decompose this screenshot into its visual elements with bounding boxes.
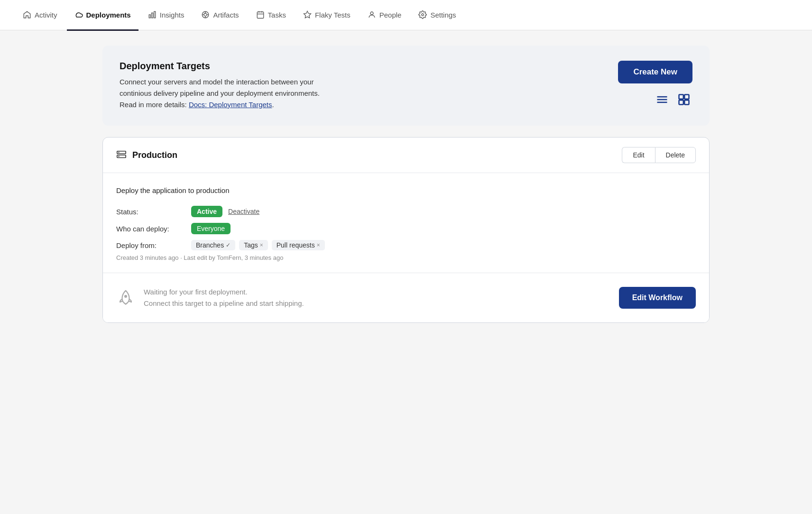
bar-chart-icon	[148, 10, 157, 19]
person-icon	[368, 10, 376, 19]
who-can-deploy-badge: Everyone	[191, 223, 231, 234]
target-description: Deploy the application to production	[116, 186, 696, 194]
calendar-icon	[256, 10, 265, 19]
tag-tags-label: Tags	[244, 241, 258, 249]
target-card-body: Deploy the application to production Sta…	[103, 173, 709, 273]
edit-workflow-button[interactable]: Edit Workflow	[619, 287, 696, 309]
empty-state-line1: Waiting for your first deployment.	[144, 286, 304, 298]
deactivate-link[interactable]: Deactivate	[228, 208, 259, 215]
target-name: Production	[132, 150, 177, 160]
description-line3-prefix: Read in more details:	[120, 101, 189, 109]
svg-rect-19	[679, 95, 683, 99]
target-card-footer: Waiting for your first deployment. Conne…	[103, 273, 709, 322]
who-can-deploy-row: Who can deploy: Everyone	[116, 223, 696, 234]
tag-pull-requests-label: Pull requests	[277, 241, 315, 249]
nav-label-deployments: Deployments	[86, 11, 131, 19]
nav-item-artifacts[interactable]: Artifacts	[194, 0, 246, 31]
top-navigation: Activity Deployments Insights	[0, 0, 812, 30]
nav-label-flaky-tests: Flaky Tests	[315, 11, 351, 19]
artifacts-icon	[201, 10, 210, 19]
nav-label-activity: Activity	[35, 11, 57, 19]
status-badge: Active	[191, 206, 222, 217]
view-toggles	[654, 91, 692, 108]
deployment-target-card: Production Edit Delete Deploy the applic…	[102, 137, 710, 323]
edit-button[interactable]: Edit	[622, 147, 655, 163]
grid-view-toggle[interactable]	[675, 91, 692, 108]
cloud-icon	[74, 10, 83, 19]
tags-remove-icon[interactable]: ×	[260, 242, 263, 248]
page-title: Deployment Targets	[120, 61, 320, 72]
nav-item-deployments[interactable]: Deployments	[67, 0, 138, 31]
deploy-from-label: Deploy from:	[116, 241, 187, 249]
nav-item-activity[interactable]: Activity	[15, 0, 65, 31]
main-content: Deployment Targets Connect your servers …	[83, 30, 729, 338]
target-meta: Status: Active Deactivate Who can deploy…	[116, 206, 696, 250]
timestamp: Created 3 minutes ago · Last edit by Tom…	[116, 254, 696, 261]
home-icon	[23, 10, 31, 19]
tag-branches-label: Branches	[196, 241, 224, 249]
header-description: Connect your servers and model the inter…	[120, 76, 320, 110]
status-row: Status: Active Deactivate	[116, 206, 696, 217]
svg-rect-21	[679, 100, 683, 104]
nav-item-tasks[interactable]: Tasks	[249, 0, 294, 31]
tag-tags: Tags ×	[239, 240, 268, 250]
target-card-header: Production Edit Delete	[103, 138, 709, 173]
gear-icon	[418, 10, 427, 19]
deployment-targets-header: Deployment Targets Connect your servers …	[102, 46, 710, 126]
description-line2: continious delivery pipeline and your de…	[120, 89, 320, 97]
target-title: Production	[116, 150, 177, 160]
server-icon	[116, 150, 127, 160]
svg-rect-22	[684, 100, 689, 104]
svg-marker-13	[304, 11, 311, 18]
status-label: Status:	[116, 208, 187, 216]
svg-point-27	[124, 295, 127, 298]
svg-rect-0	[149, 15, 150, 18]
tag-pull-requests: Pull requests ×	[272, 240, 325, 250]
target-card-edit-delete: Edit Delete	[622, 147, 696, 163]
svg-rect-1	[151, 13, 153, 18]
nav-label-insights: Insights	[160, 11, 185, 19]
header-actions: Create New	[618, 61, 692, 108]
delete-button[interactable]: Delete	[655, 147, 696, 163]
svg-point-4	[204, 13, 207, 16]
nav-item-insights[interactable]: Insights	[140, 0, 192, 31]
pull-requests-remove-icon[interactable]: ×	[317, 242, 320, 248]
deploy-from-tags: Branches ✓ Tags × Pull requests ×	[191, 240, 325, 250]
branches-check-icon: ✓	[226, 242, 231, 248]
nav-item-flaky-tests[interactable]: Flaky Tests	[295, 0, 358, 31]
tag-branches: Branches ✓	[191, 240, 235, 250]
svg-rect-2	[154, 11, 155, 18]
svg-point-14	[370, 12, 373, 15]
empty-deployment-state: Waiting for your first deployment. Conne…	[116, 286, 304, 309]
svg-rect-9	[257, 12, 264, 18]
empty-state-line2: Connect this target to a pipeline and st…	[144, 298, 304, 309]
flaky-icon	[303, 10, 312, 19]
nav-label-artifacts: Artifacts	[213, 11, 239, 19]
nav-label-tasks: Tasks	[268, 11, 286, 19]
empty-deployment-text: Waiting for your first deployment. Conne…	[144, 286, 304, 309]
nav-label-people: People	[379, 11, 402, 19]
header-text-block: Deployment Targets Connect your servers …	[120, 61, 320, 110]
list-view-toggle[interactable]	[654, 91, 671, 108]
nav-label-settings: Settings	[430, 11, 456, 19]
list-view-icon	[655, 93, 669, 106]
rocket-icon	[116, 288, 135, 307]
description-line1: Connect your servers and model the inter…	[120, 78, 314, 86]
nav-item-people[interactable]: People	[360, 0, 409, 31]
grid-view-icon	[677, 93, 691, 106]
docs-link[interactable]: Docs: Deployment Targets	[189, 101, 272, 109]
svg-rect-20	[684, 95, 689, 99]
create-new-button[interactable]: Create New	[618, 61, 692, 83]
deploy-from-row: Deploy from: Branches ✓ Tags × Pull requ…	[116, 240, 696, 250]
svg-point-15	[422, 14, 424, 16]
who-can-deploy-label: Who can deploy:	[116, 225, 187, 233]
nav-item-settings[interactable]: Settings	[411, 0, 463, 31]
